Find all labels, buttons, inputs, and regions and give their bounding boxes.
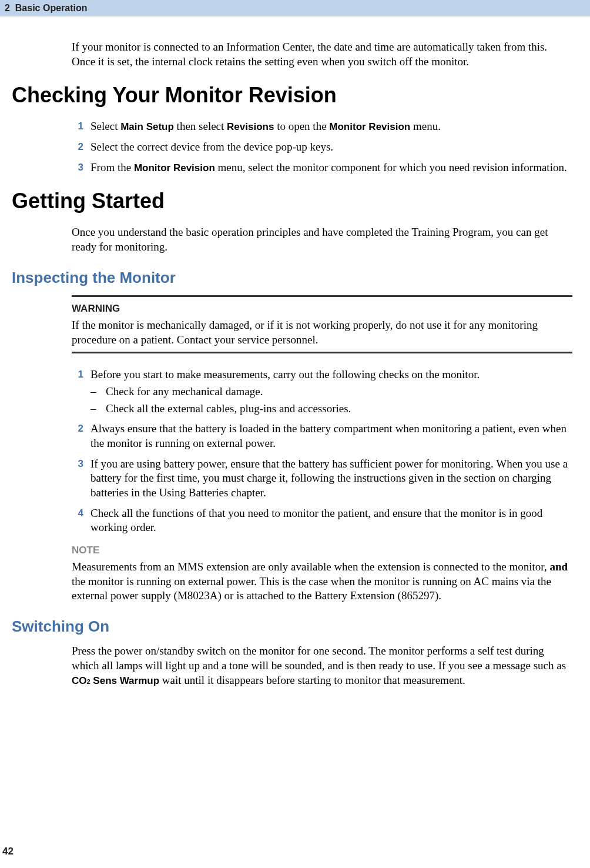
warning-text: If the monitor is mechanically damaged, … — [72, 318, 572, 347]
warning-rule-top — [72, 295, 572, 297]
list-body: Select the correct device from the devic… — [90, 140, 572, 155]
section-heading-checking-revision: Checking Your Monitor Revision — [12, 83, 578, 108]
note-label: NOTE — [72, 545, 578, 556]
list-body: Before you start to make measurements, c… — [90, 368, 572, 382]
ui-label-monitor-revision: Monitor Revision — [329, 121, 410, 132]
dash-bullet: – — [90, 385, 106, 399]
list-number: 1 — [72, 119, 90, 134]
list-body: Select Main Setup then select Revisions … — [90, 119, 572, 134]
sub-list-item: – Check all the external cables, plug-in… — [90, 402, 572, 416]
list-body: If you are using battery power, ensure t… — [90, 457, 572, 500]
chapter-number: 2 — [5, 3, 10, 13]
text-fragment: wait until it disappears before starting… — [159, 674, 465, 686]
switching-on-text: Press the power on/standby switch on the… — [72, 644, 572, 687]
list-item: 2 Always ensure that the battery is load… — [12, 422, 572, 450]
list-number: 3 — [72, 161, 90, 175]
text-fragment: menu, select the monitor component for w… — [215, 161, 567, 173]
list-item: 1 Select Main Setup then select Revision… — [12, 119, 572, 134]
note-text: Measurements from an MMS extension are o… — [72, 560, 572, 603]
section-heading-getting-started: Getting Started — [12, 189, 578, 213]
ui-label-monitor-revision: Monitor Revision — [134, 162, 215, 173]
list-number: 3 — [72, 457, 90, 500]
sub-list-body: Check for any mechanical damage. — [106, 385, 572, 399]
text-fragment: Select — [90, 120, 120, 132]
text-fragment: the monitor is running on external power… — [72, 575, 551, 602]
list-number: 1 — [72, 368, 90, 382]
list-number: 2 — [72, 422, 90, 450]
text-fragment: to open the — [274, 120, 329, 132]
warning-rule-bottom — [72, 352, 572, 353]
note-bold: and — [549, 560, 568, 573]
text-fragment: From the — [90, 161, 134, 173]
list-item: 3 From the Monitor Revision menu, select… — [12, 161, 572, 175]
dash-bullet: – — [90, 402, 106, 416]
getting-started-intro: Once you understand the basic operation … — [72, 225, 572, 254]
sub-list-item: – Check for any mechanical damage. — [90, 385, 572, 399]
list-item: 1 Before you start to make measurements,… — [12, 368, 572, 382]
text-fragment: then select — [174, 120, 227, 132]
list-item: 2 Select the correct device from the dev… — [12, 140, 572, 155]
list-number: 2 — [72, 140, 90, 155]
list-body: Check all the functions of that you need… — [90, 506, 572, 535]
list-item: 4 Check all the functions of that you ne… — [12, 506, 572, 535]
list-number: 4 — [72, 506, 90, 535]
chapter-title: Basic Operation — [15, 3, 88, 13]
text-fragment: menu. — [410, 120, 441, 132]
ui-label-co2: CO — [72, 675, 87, 686]
ui-label-revisions: Revisions — [227, 121, 274, 132]
subsection-heading-inspecting: Inspecting the Monitor — [12, 269, 578, 287]
intro-paragraph: If your monitor is connected to an Infor… — [72, 40, 572, 69]
list-body: Always ensure that the battery is loaded… — [90, 422, 572, 450]
text-fragment: Measurements from an MMS extension are o… — [72, 560, 549, 573]
ui-label-sens-warmup: Sens Warmup — [90, 675, 159, 686]
chapter-header: 2 Basic Operation — [0, 0, 590, 16]
sub-list-body: Check all the external cables, plug-ins … — [106, 402, 572, 416]
page-number: 42 — [2, 846, 14, 857]
subsection-heading-switching-on: Switching On — [12, 617, 578, 636]
warning-label: WARNING — [72, 303, 578, 315]
list-body: From the Monitor Revision menu, select t… — [90, 161, 572, 175]
ui-label-main-setup: Main Setup — [120, 121, 174, 132]
text-fragment: Press the power on/standby switch on the… — [72, 645, 566, 672]
list-item: 3 If you are using battery power, ensure… — [12, 457, 572, 500]
